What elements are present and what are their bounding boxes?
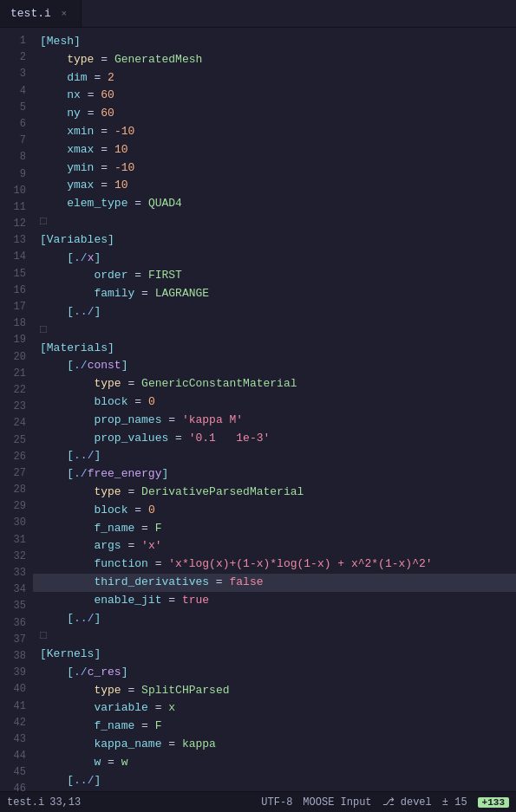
code-line: [../] <box>33 303 516 322</box>
code-line: f_name = F <box>33 718 516 736</box>
code-line: block = 0 <box>33 393 516 412</box>
status-encoding: UTF-8 <box>261 796 292 809</box>
tab-bar: test.i × <box>0 0 516 28</box>
status-file: test.i <box>7 796 44 809</box>
code-line: [./w_res] <box>33 789 516 791</box>
tab-label: test.i <box>10 7 51 20</box>
code-line: □ <box>33 213 516 231</box>
editor: 1234567891011121314151617181920212223242… <box>0 28 516 791</box>
status-input-type: MOOSE Input <box>303 796 371 809</box>
code-line: [Variables] <box>33 231 516 250</box>
code-line: ny = 60 <box>33 105 516 123</box>
code-line: w = w <box>33 754 516 772</box>
status-bar: test.i 33,13 UTF-8 MOOSE Input ⎇ devel ±… <box>0 791 516 812</box>
code-line: prop_values = '0.1 1e-3' <box>33 430 516 448</box>
code-container: 1234567891011121314151617181920212223242… <box>0 28 516 791</box>
code-line: [Mesh] <box>33 33 516 51</box>
code-lines[interactable]: [Mesh] type = GeneratedMesh dim = 2 nx =… <box>33 28 516 791</box>
code-line: [Materials] <box>33 340 516 358</box>
code-line: type = DerivativeParsedMaterial <box>33 484 516 502</box>
tab-close-button[interactable]: × <box>58 8 70 20</box>
code-line: args = 'x' <box>33 537 516 555</box>
code-line: ymin = -10 <box>33 159 516 178</box>
code-line: order = FIRST <box>33 267 516 285</box>
line-numbers: 1234567891011121314151617181920212223242… <box>0 28 33 791</box>
tab-test-i[interactable]: test.i × <box>0 0 82 27</box>
code-line: nx = 60 <box>33 87 516 105</box>
status-position: 33,13 <box>49 796 81 809</box>
code-line: □ <box>33 322 516 340</box>
code-line: block = 0 <box>33 502 516 520</box>
code-line: type = SplitCHParsed <box>33 682 516 700</box>
code-line: ymax = 10 <box>33 177 516 195</box>
code-line: type = GeneratedMesh <box>33 51 516 69</box>
code-line: □ <box>33 627 516 646</box>
status-changes: ± 15 <box>442 796 467 809</box>
code-line: function = 'x*log(x)+(1-x)*log(1-x) + x^… <box>33 555 516 574</box>
status-branch: ⎇ devel <box>382 796 432 809</box>
branch-icon: ⎇ <box>382 796 395 809</box>
code-line: enable_jit = true <box>33 592 516 610</box>
status-right: UTF-8 MOOSE Input ⎇ devel ± 15 +133 <box>261 796 509 809</box>
status-additions: +133 <box>478 797 509 808</box>
code-line: xmin = -10 <box>33 123 516 141</box>
code-line: elem_type = QUAD4 <box>33 195 516 213</box>
code-line: [../] <box>33 772 516 790</box>
code-line: prop_names = 'kappa M' <box>33 412 516 430</box>
code-line: [./free_energy] <box>33 465 516 484</box>
code-line: xmax = 10 <box>33 141 516 159</box>
code-line: [./const] <box>33 357 516 375</box>
code-line: [../] <box>33 447 516 465</box>
status-left: test.i 33,13 <box>7 796 261 809</box>
code-line: variable = x <box>33 699 516 718</box>
code-line: family = LAGRANGE <box>33 285 516 303</box>
code-line: type = GenericConstantMaterial <box>33 375 516 393</box>
code-line: dim = 2 <box>33 69 516 88</box>
code-line: [./c_res] <box>33 664 516 682</box>
code-line: third_derivatives = false <box>33 574 516 592</box>
code-line: [./x] <box>33 250 516 268</box>
code-line: [Kernels] <box>33 646 516 664</box>
branch-name: devel <box>401 796 432 809</box>
code-line: kappa_name = kappa <box>33 736 516 754</box>
code-line: [../] <box>33 610 516 628</box>
code-line: f_name = F <box>33 520 516 538</box>
